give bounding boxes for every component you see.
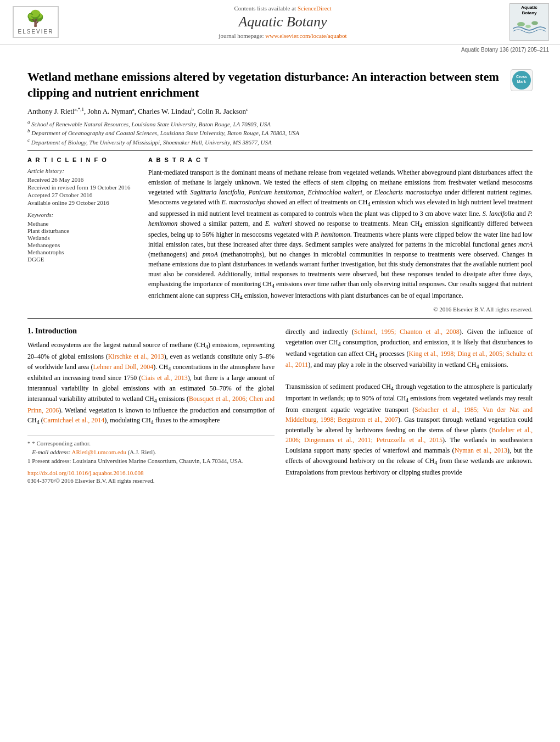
- divider-1: [27, 150, 533, 151]
- ref-sebacher[interactable]: Sebacher et al., 1985; Van der Nat and M…: [285, 406, 533, 424]
- body-left-column: 1. Introduction Wetland ecosystems are t…: [27, 327, 275, 484]
- species-5: E. macrostachya: [221, 198, 265, 206]
- article-title-section: Wetland methane emissions altered by veg…: [27, 69, 533, 101]
- available-date: Available online 29 October 2016: [27, 199, 137, 206]
- elsevier-logo: 🌳 ELSEVIER: [11, 6, 60, 38]
- tree-icon: 🌳: [26, 9, 45, 27]
- email-link[interactable]: ARietl@1.umcom.edu: [72, 449, 126, 455]
- ab-graphic: [513, 18, 546, 39]
- article-info-heading: A R T I C L E I N F O: [27, 157, 137, 163]
- crossmark-logo: Cross Mark: [511, 69, 533, 91]
- affiliation-b: b Department of Oceanography and Coastal…: [27, 128, 533, 136]
- homepage-line: journal homepage: www.elsevier.com/locat…: [60, 32, 505, 39]
- footnote-email: E-mail address: ARietl@1.umcom.edu (A.J.…: [27, 449, 275, 455]
- svg-point-1: [531, 21, 538, 25]
- abstract-heading: A B S T R A C T: [148, 157, 533, 163]
- svg-text:Mark: Mark: [517, 80, 526, 83]
- body-section: 1. Introduction Wetland ecosystems are t…: [27, 327, 533, 484]
- science-direct-link[interactable]: ScienceDirect: [298, 5, 332, 12]
- abstract-column: A B S T R A C T Plant-mediated transport…: [148, 157, 533, 313]
- keywords-list: Methane Plant disturbance Wetlands Metha…: [27, 220, 137, 263]
- doi-link[interactable]: http://dx.doi.org/10.1016/j.aquabot.2016…: [27, 470, 275, 476]
- main-content: Wetland methane emissions altered by veg…: [0, 53, 560, 495]
- issn-line: 0304-3770/© 2016 Elsevier B.V. All right…: [27, 477, 275, 484]
- species-6: S. lancifolia: [483, 210, 514, 217]
- author1: Anthony J. Rietla,*,1, John A. Nymana, C…: [27, 107, 248, 115]
- ref-bousquet[interactable]: Bousquet et al., 2006; Chen and Prinn, 2…: [27, 395, 275, 414]
- species-1: Sagittaria lancifolia: [190, 188, 244, 196]
- keyword-5: Methanotrophs: [27, 249, 137, 255]
- species-9: P. hemitomon: [314, 231, 350, 238]
- gene-2: pmoA: [203, 250, 218, 258]
- ref-ciais[interactable]: Ciais et al., 2013: [141, 374, 187, 382]
- svg-text:Cross: Cross: [516, 75, 527, 79]
- svg-point-2: [525, 25, 531, 28]
- ref-king[interactable]: King et al., 1998; Ding et al., 2005; Sc…: [285, 350, 533, 369]
- journal-title: Aquatic Botany: [60, 14, 505, 30]
- species-3: Echinochloa walteri: [308, 188, 362, 196]
- ab-logo-text: AquaticBotany: [521, 5, 537, 15]
- contents-line: Contents lists available at ScienceDirec…: [60, 5, 505, 12]
- elsevier-text: ELSEVIER: [18, 29, 54, 35]
- header: 🌳 ELSEVIER Contents lists available at S…: [0, 0, 560, 53]
- ref-lehner[interactable]: Lehner and Döll, 2004: [93, 363, 153, 371]
- top-bar: 🌳 ELSEVIER Contents lists available at S…: [0, 0, 560, 44]
- article-title: Wetland methane emissions altered by veg…: [27, 69, 502, 101]
- footnote-present: 1 Present address: Louisiana Universitie…: [27, 458, 275, 464]
- homepage-link[interactable]: www.elsevier.com/locate/aquabot: [265, 32, 346, 39]
- page-number-line: Aquatic Botany 136 (2017) 205–211: [0, 44, 560, 53]
- species-2: Panicum hemitomon: [248, 188, 304, 196]
- ref-nyman[interactable]: Nyman et al., 2013: [455, 447, 507, 454]
- species-4: Eleocharis macrostachya: [374, 188, 442, 196]
- divider-2: [27, 318, 533, 319]
- keyword-6: DGGE: [27, 256, 137, 263]
- ref-kirschke[interactable]: Kirschke et al., 2013: [108, 353, 164, 360]
- keyword-4: Methanogens: [27, 242, 137, 248]
- gene-1: mcrA: [518, 241, 533, 248]
- accepted-date: Accepted 27 October 2016: [27, 192, 137, 198]
- article-info-abstract: A R T I C L E I N F O Article history: R…: [27, 157, 533, 313]
- species-7: P. hemitomon: [148, 210, 533, 227]
- top-bar-center: Contents lists available at ScienceDirec…: [60, 5, 505, 39]
- intro-title: 1. Introduction: [27, 327, 275, 336]
- keyword-1: Methane: [27, 220, 137, 227]
- aquatic-botany-logo: AquaticBotany: [505, 3, 549, 41]
- ref-carmichael[interactable]: Carmichael et al., 2014: [43, 416, 105, 424]
- ref-schimel[interactable]: Schimel, 1995; Chanton et al., 2008: [354, 328, 460, 336]
- abstract-text: Plant-mediated transport is the dominant…: [148, 168, 533, 302]
- keyword-3: Wetlands: [27, 235, 137, 241]
- body-right-column: directly and indirectly (Schimel, 1995; …: [285, 327, 533, 484]
- keyword-2: Plant disturbance: [27, 227, 137, 234]
- intro-text-left: Wetland ecosystems are the largest natur…: [27, 340, 275, 427]
- received-date: Received 26 May 2016: [27, 176, 137, 183]
- intro-text-right: directly and indirectly (Schimel, 1995; …: [285, 327, 533, 477]
- copyright-line: © 2016 Elsevier B.V. All rights reserved…: [148, 306, 533, 313]
- svg-point-0: [517, 22, 525, 26]
- authors-line: Anthony J. Rietla,*,1, John A. Nymana, C…: [27, 106, 533, 115]
- affiliation-c: c Department of Biology, The University …: [27, 137, 533, 146]
- affiliations: a School of Renewable Natural Resources,…: [27, 119, 533, 146]
- keywords-label: Keywords:: [27, 211, 137, 218]
- article-info-column: A R T I C L E I N F O Article history: R…: [27, 157, 137, 313]
- species-8: E. walteri: [265, 220, 292, 227]
- history-label: Article history:: [27, 168, 137, 174]
- affiliation-a: a School of Renewable Natural Resources,…: [27, 119, 533, 127]
- received-revised-date: Received in revised form 19 October 2016: [27, 184, 137, 191]
- footnote-corresponding: * * Corresponding author.: [27, 440, 275, 447]
- footnotes: * * Corresponding author. E-mail address…: [27, 435, 275, 464]
- ref-bodelier[interactable]: Bodelier et al., 2006; Dingemans et al.,…: [285, 426, 533, 444]
